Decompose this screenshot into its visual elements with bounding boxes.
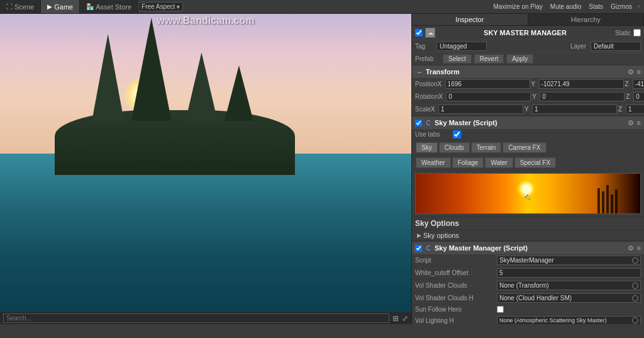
water-highlight [0,154,411,324]
sky-options-sub[interactable]: ▶ Sky options [412,230,644,241]
sky-master-component: C Sky Master (Script) ⚙ ≡ Use tabs Sky C… [412,116,644,242]
smm-menu-icon[interactable]: ≡ [637,244,641,252]
sky-master-checkbox[interactable] [415,120,422,127]
tag-layer-row: Tag Untagged Layer Default [412,40,644,53]
scale-y-field: Y [525,104,617,114]
script-dot[interactable] [632,257,638,264]
top-tab-bar: ⛶ Scene ▶ Game 🏪 Asset Store Free Aspect… [0,0,644,14]
vol-shader-clouds-h-dot[interactable] [632,295,638,301]
gizmos-btn[interactable]: Gizmos [608,3,635,11]
rotation-x-input[interactable] [446,92,531,101]
white-cutoff-input[interactable] [497,268,641,278]
transform-menu-icon[interactable]: ≡ [637,68,641,76]
sky-btn-weather[interactable]: Weather [416,157,451,168]
sky-options-header: Sky Options [412,217,644,230]
rotation-y-input[interactable] [540,92,625,101]
scale-x-field: X [431,104,523,114]
smm-settings-icon[interactable]: ⚙ [628,244,634,252]
sky-options-title: Sky Options [415,219,459,228]
asset-icon: 🏪 [86,3,94,10]
transform-header[interactable]: ↔ Transform ⚙ ≡ [412,65,644,78]
watermark: www.Bandicam.com [156,14,256,28]
sun-follow-hero-checkbox[interactable] [497,306,504,313]
scale-x-input[interactable] [438,104,523,114]
tag-label: Tag [415,43,434,50]
prefab-apply-btn[interactable]: Apply [506,54,533,64]
smm-title: Sky Master Manager (Script) [435,244,626,252]
scale-z-input[interactable] [626,104,644,114]
sky-master-settings-icon[interactable]: ⚙ [628,119,634,127]
inspector-panel: Inspector Hierarchy ☁ SKY MASTER MANAGER… [411,14,644,324]
rotation-xyz: X Y Z [438,92,644,101]
use-tabs-checkbox[interactable] [453,130,461,138]
tab-asset-store[interactable]: 🏪 Asset Store [80,0,138,13]
grid-icon[interactable]: ⊞ [392,314,399,323]
smm-checkbox[interactable] [415,245,422,252]
script-value: SkyMasterManager [497,256,641,265]
sky-master-header[interactable]: C Sky Master (Script) ⚙ ≡ [412,116,644,129]
maximize-on-play-btn[interactable]: Maximize on Play [491,3,545,11]
rotation-row: Rotation X Y Z [412,91,644,103]
position-y-input[interactable] [539,79,624,89]
transform-icon: ↔ [415,67,424,76]
tab-hierarchy[interactable]: Hierarchy [528,14,645,25]
object-active-checkbox[interactable] [415,29,423,37]
cursor-indicator: ↖ [523,191,531,201]
scale-label: Scale [415,106,431,113]
tag-dropdown[interactable]: Untagged [436,42,487,51]
vol-lighting-h-row: Vol Lighting H None (Atmospheric Scatter… [412,315,644,324]
tab-game[interactable]: ▶ Game [41,0,80,13]
script-row: Script SkyMasterManager [412,254,644,267]
vol-shader-clouds-dot[interactable] [632,283,638,289]
game-bottom-bar: ⊞ ⤢ [0,312,411,324]
mute-audio-btn[interactable]: Mute audio [548,3,584,11]
layer-dropdown[interactable]: Default [591,42,641,51]
scale-y-input[interactable] [532,104,617,114]
transform-settings-icon[interactable]: ⚙ [628,68,634,76]
vol-lighting-h-dot[interactable] [632,317,638,324]
vol-shader-clouds-h-label: Vol Shader Clouds H [415,295,497,301]
sky-btn-clouds[interactable]: Clouds [439,142,470,153]
game-view: www.Bandicam.com ⊞ ⤢ [0,14,411,324]
vol-lighting-h-label: Vol Lighting H [415,317,497,324]
sky-btn-sky[interactable]: Sky [416,142,438,153]
sky-btn-foliage[interactable]: Foliage [452,157,484,168]
rotation-label: Rotation [415,93,438,100]
tab-scene[interactable]: ⛶ Scene [0,0,41,13]
tab-inspector[interactable]: Inspector [412,14,528,25]
vol-shader-clouds-row: Vol Shader Clouds None (Transform) [412,279,644,292]
sky-btn-camera-fx[interactable]: Camera FX [502,142,546,153]
rotation-z-input[interactable] [633,92,644,101]
inspector-tabs: Inspector Hierarchy [412,14,644,26]
maximize-icon[interactable]: ⤢ [402,314,408,323]
layer-label: Layer [570,43,586,50]
sun-follow-hero-row: Sun Follow Hero [412,305,644,315]
position-x-input[interactable] [445,79,530,89]
bar-3 [606,185,609,213]
scale-xyz: X Y Z [431,104,644,114]
stats-btn[interactable]: Stats [586,3,606,11]
position-xyz: X Y Z [438,79,644,89]
static-checkbox[interactable] [633,29,641,37]
use-tabs-row: Use tabs [412,129,644,140]
sky-master-manager-component: C Sky Master Manager (Script) ⚙ ≡ Script… [412,242,644,324]
sky-btn-special-fx[interactable]: Special FX [514,157,556,168]
sun-follow-hero-label: Sun Follow Hero [415,306,497,313]
sky-master-manager-header[interactable]: C Sky Master Manager (Script) ⚙ ≡ [412,242,644,254]
sky-master-menu-icon[interactable]: ≡ [637,119,641,127]
sky-btn-terrain[interactable]: Terrain [471,142,502,153]
vol-shader-clouds-h-value: None (Cloud Handler SM) [497,293,641,303]
free-aspect-dropdown[interactable]: Free Aspect [138,2,183,11]
sky-btn-water[interactable]: Water [485,157,513,168]
sky-options-subtitle: Sky options [423,232,459,239]
search-input[interactable] [3,313,389,323]
bar-4 [611,194,613,213]
preview-bars [597,185,618,213]
transform-title: Transform [426,68,626,76]
position-label: Position [415,81,438,87]
position-z-input[interactable] [633,79,644,89]
position-z-field: Z [625,79,644,89]
smm-icon: C [424,244,433,252]
prefab-revert-btn[interactable]: Revert [474,54,504,64]
prefab-select-btn[interactable]: Select [443,54,472,64]
